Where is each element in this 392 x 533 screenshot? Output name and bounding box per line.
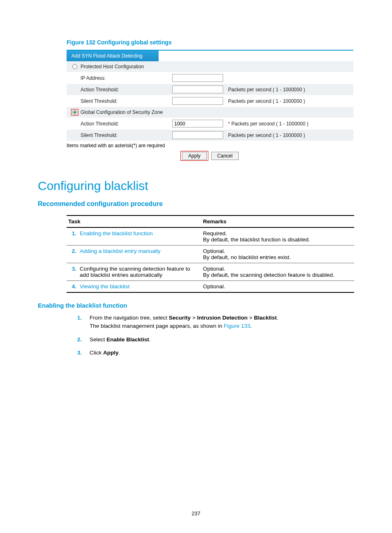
procedure-table: Task Remarks 1. Enabling the blacklist f… — [67, 215, 354, 293]
label-action2: Action Threshold: — [80, 121, 172, 127]
task-text: Configuring the scanning detection featu… — [78, 263, 201, 281]
row-action2: Action Threshold: * Packets per second (… — [67, 118, 353, 130]
label-global: Global Configuration of Security Zone — [80, 109, 172, 115]
table-row: 4. Viewing the blacklist Optional. — [67, 281, 354, 293]
th-task: Task — [67, 216, 201, 227]
th-remarks: Remarks — [201, 216, 354, 227]
input-action2[interactable] — [172, 120, 223, 127]
step-item: From the navigation tree, select Securit… — [77, 314, 354, 331]
row-silent2: Silent Threshold: Packets per second ( 1… — [67, 130, 353, 141]
figure-caption: Figure 132 Configuring global settings — [67, 39, 354, 46]
input-silent1[interactable] — [172, 97, 223, 105]
page-number: 237 — [0, 510, 392, 517]
panel-tab: Add SYN Flood Attack Detecting — [67, 51, 159, 61]
step-item: Click Apply. — [77, 349, 354, 357]
input-ip[interactable] — [172, 74, 223, 82]
steps-list: From the navigation tree, select Securit… — [77, 314, 354, 357]
input-silent2[interactable] — [172, 131, 223, 139]
table-row: 3. Configuring the scanning detection fe… — [67, 263, 354, 281]
apply-button[interactable]: Apply — [182, 152, 207, 160]
input-action1[interactable] — [172, 86, 223, 93]
task-link[interactable]: Adding a blacklist entry manually — [80, 248, 161, 254]
section-heading: Configuring blacklist — [38, 179, 354, 193]
task-link[interactable]: Enabling the blacklist function — [80, 230, 153, 236]
radio-protected-host[interactable] — [72, 64, 77, 69]
hint-silent2: Packets per second ( 1 - 1000000 ) — [226, 132, 353, 138]
figure-link[interactable]: Figure 133 — [224, 323, 250, 329]
label-ip: IP Address: — [80, 75, 172, 81]
cancel-button[interactable]: Cancel — [211, 152, 239, 160]
config-panel: Add SYN Flood Attack Detecting Protected… — [67, 50, 353, 141]
row-action1: Action Threshold: Packets per second ( 1… — [67, 84, 353, 95]
table-row: 2. Adding a blacklist entry manually Opt… — [67, 246, 354, 263]
label-silent1: Silent Threshold: — [80, 98, 172, 104]
row-silent1: Silent Threshold: Packets per second ( 1… — [67, 95, 353, 107]
row-global: Global Configuration of Security Zone — [67, 107, 353, 118]
radio-global[interactable] — [72, 110, 77, 115]
subsubsection-heading: Enabling the blacklist function — [38, 302, 354, 309]
required-note: Items marked with an asterisk(*) are req… — [67, 143, 354, 148]
label-action1: Action Threshold: — [80, 87, 172, 93]
task-link[interactable]: Viewing the blacklist — [80, 283, 129, 290]
row-protected-host: Protected Host Configuration — [67, 61, 353, 72]
hint-action2: * Packets per second ( 1 - 1000000 ) — [226, 121, 353, 127]
hint-silent1: Packets per second ( 1 - 1000000 ) — [226, 98, 353, 104]
row-ip: IP Address: — [67, 72, 353, 84]
subsection-heading: Recommended configuration procedure — [38, 200, 354, 208]
table-row: 1. Enabling the blacklist function Requi… — [67, 227, 354, 246]
step-item: Select Enable Blacklist. — [77, 336, 354, 344]
label-protected-host: Protected Host Configuration — [80, 64, 172, 70]
hint-action1: Packets per second ( 1 - 1000000 ) — [226, 87, 353, 93]
label-silent2: Silent Threshold: — [80, 132, 172, 138]
